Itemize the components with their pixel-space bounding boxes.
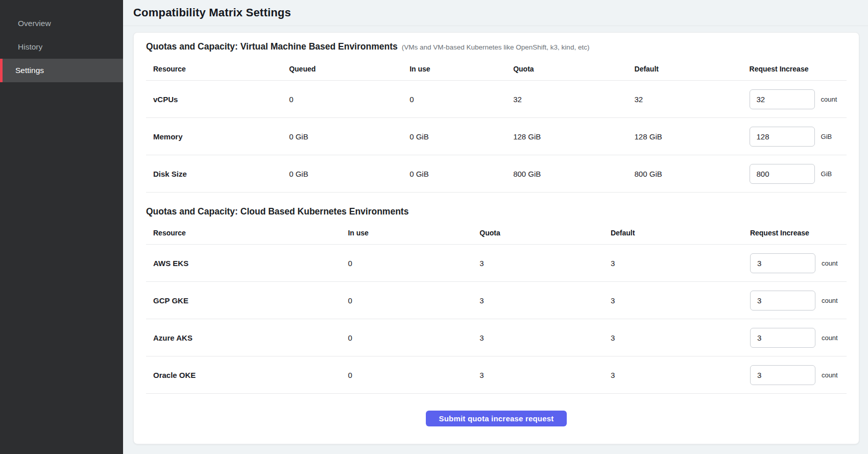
queued-value: 0 GiB (282, 170, 402, 178)
sidebar: Overview History Settings (0, 0, 123, 454)
column-header-default: Default (628, 65, 742, 73)
default-value: 32 (628, 95, 742, 104)
default-value: 800 GiB (628, 170, 742, 178)
table-row-disk-size: Disk Size 0 GiB 0 GiB 800 GiB 800 GiB Gi… (146, 155, 847, 193)
column-header-resource: Resource (146, 65, 282, 73)
request-increase-input-disk-size[interactable] (750, 164, 815, 184)
cloud-table-header: Resource In use Quota Default Request In… (146, 221, 847, 245)
column-header-quota: Quota (506, 65, 627, 73)
app-root: Overview History Settings Compatibility … (0, 0, 868, 454)
resource-name: Oracle OKE (146, 371, 341, 379)
default-value: 3 (604, 259, 743, 268)
request-increase-input-memory[interactable] (750, 127, 815, 147)
request-increase-input-oracle-oke[interactable] (750, 365, 815, 385)
column-header-request-increase: Request Increase (743, 229, 847, 237)
column-header-queued: Queued (282, 65, 402, 73)
column-header-quota: Quota (472, 229, 604, 237)
in-use-value: 0 (341, 296, 472, 305)
in-use-value: 0 (341, 333, 472, 342)
vm-table-header: Resource Queued In use Quota Default Req… (146, 57, 847, 81)
column-header-request-increase: Request Increase (742, 65, 847, 73)
column-header-in-use: In use (341, 229, 472, 237)
unit-label: count (822, 259, 838, 267)
request-increase-input-aws-eks[interactable] (750, 253, 815, 273)
vm-section-title: Quotas and Capacity: Virtual Machine Bas… (146, 41, 398, 52)
table-row-memory: Memory 0 GiB 0 GiB 128 GiB 128 GiB GiB (146, 118, 847, 155)
table-row-oracle-oke: Oracle OKE 0 3 3 count (146, 356, 847, 394)
in-use-value: 0 GiB (402, 132, 506, 141)
request-increase-input-gcp-gke[interactable] (750, 291, 815, 310)
default-value: 128 GiB (628, 132, 742, 141)
resource-name: GCP GKE (146, 296, 341, 305)
unit-label: count (821, 95, 837, 103)
sidebar-item-settings[interactable]: Settings (0, 59, 123, 82)
quota-value: 3 (472, 259, 604, 268)
resource-name: Memory (146, 132, 282, 141)
cloud-section-header: Quotas and Capacity: Cloud Based Kuberne… (146, 193, 847, 221)
quota-value: 800 GiB (506, 170, 627, 178)
default-value: 3 (604, 333, 743, 342)
default-value: 3 (604, 296, 743, 305)
request-increase-input-vcpus[interactable] (750, 89, 815, 109)
column-header-resource: Resource (146, 229, 341, 237)
column-header-in-use: In use (402, 65, 506, 73)
sidebar-item-history[interactable]: History (0, 35, 123, 59)
unit-label: GiB (821, 133, 832, 140)
resource-name: AWS EKS (146, 259, 341, 268)
table-row-vcpus: vCPUs 0 0 32 32 count (146, 81, 847, 118)
resource-name: Azure AKS (146, 333, 341, 342)
unit-label: count (822, 297, 838, 304)
main-content: Compatibility Matrix Settings Quotas and… (123, 0, 868, 454)
in-use-value: 0 (341, 259, 472, 268)
quota-value: 3 (472, 371, 604, 379)
default-value: 3 (604, 371, 743, 379)
page-header: Compatibility Matrix Settings (123, 0, 868, 26)
unit-label: count (822, 371, 838, 379)
quota-value: 32 (506, 95, 627, 104)
request-increase-input-azure-aks[interactable] (750, 328, 815, 348)
in-use-value: 0 (341, 371, 472, 379)
unit-label: GiB (821, 170, 832, 178)
in-use-value: 0 (402, 95, 506, 104)
quotas-card: Quotas and Capacity: Virtual Machine Bas… (133, 32, 859, 444)
unit-label: count (822, 334, 838, 342)
vm-section-header: Quotas and Capacity: Virtual Machine Bas… (146, 33, 847, 57)
quota-value: 3 (472, 333, 604, 342)
in-use-value: 0 GiB (402, 170, 506, 178)
table-row-azure-aks: Azure AKS 0 3 3 count (146, 319, 847, 356)
table-row-gcp-gke: GCP GKE 0 3 3 count (146, 282, 847, 319)
submit-quota-increase-button[interactable]: Submit quota increase request (426, 411, 567, 426)
table-row-aws-eks: AWS EKS 0 3 3 count (146, 245, 847, 282)
queued-value: 0 (282, 95, 402, 104)
quota-value: 128 GiB (506, 132, 627, 141)
quota-value: 3 (472, 296, 604, 305)
page-title: Compatibility Matrix Settings (133, 6, 291, 19)
sidebar-item-overview[interactable]: Overview (0, 12, 123, 35)
cloud-section-title: Quotas and Capacity: Cloud Based Kuberne… (146, 206, 408, 217)
queued-value: 0 GiB (282, 132, 402, 141)
submit-area: Submit quota increase request (146, 394, 847, 444)
column-header-default: Default (604, 229, 743, 237)
vm-section-subtitle: (VMs and VM-based Kubernetes like OpenSh… (402, 43, 590, 51)
resource-name: Disk Size (146, 170, 282, 178)
resource-name: vCPUs (146, 95, 282, 104)
